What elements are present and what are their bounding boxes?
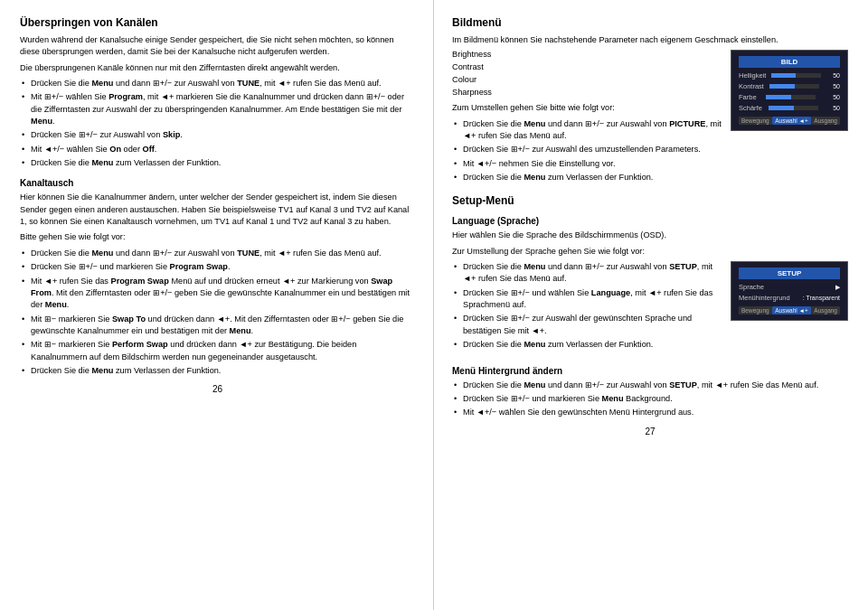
bild-row-farbe: Farbe 50 bbox=[739, 93, 840, 101]
bildmenu-title: Bildmenü bbox=[452, 16, 848, 29]
left-page-number: 26 bbox=[20, 384, 415, 394]
list-item: Mit ◄+/− nehmen Sie die Einstellung vor. bbox=[452, 158, 848, 170]
bild-bar-fill-brightness bbox=[771, 73, 797, 78]
bild-bar-fill-farbe bbox=[766, 95, 791, 99]
colour-row: Colour bbox=[452, 75, 723, 84]
list-item: Drücken Sie ⊞+/− zur Auswahl der gewünsc… bbox=[452, 313, 848, 337]
bild-bar-brightness bbox=[771, 73, 821, 78]
list-item: Mit ◄+/− wählen Sie On oder Off. bbox=[20, 144, 415, 155]
bild-bar-kontrast bbox=[769, 84, 819, 89]
kanaltausch-bullets: Drücken Sie die Menu und dann ⊞+/− zur A… bbox=[20, 248, 415, 377]
bild-label-kontrast: Kontrast bbox=[739, 82, 764, 90]
bild-bar-fill-schaerfe bbox=[769, 106, 794, 110]
bild-val-kontrast: 50 bbox=[826, 83, 840, 89]
kanaltausch-intro: Hier können Sie die Kanalnummer ändern, … bbox=[20, 192, 415, 228]
list-item: Drücken Sie die Menu und dann ⊞+/− zur A… bbox=[452, 118, 848, 143]
skip-bullets: Drücken Sie die Menu und dann ⊞+/− zur A… bbox=[20, 78, 415, 169]
language-intro2: Zur Umstellung der Sprache gehen Sie wie… bbox=[452, 246, 848, 258]
left-column: Überspringen von Kanälen Wurden während … bbox=[0, 0, 434, 610]
bild-bar-fill-kontrast bbox=[769, 84, 795, 89]
sharpness-row: Sharpness bbox=[452, 88, 723, 97]
list-item: Mit ⊞− markieren Sie Perform Swap und dr… bbox=[20, 339, 415, 363]
list-item: Drücken Sie die Menu und dann ⊞+/− zur A… bbox=[20, 78, 415, 89]
page-container: Überspringen von Kanälen Wurden während … bbox=[0, 0, 868, 610]
menu-hintergrund-bullets: Drücken Sie die Menu und dann ⊞+/− zur A… bbox=[452, 380, 848, 419]
list-item: Drücken Sie ⊞+/− und markieren Sie Progr… bbox=[20, 261, 415, 273]
list-item: Drücken Sie die Menu zum Verlassen der F… bbox=[20, 157, 415, 169]
language-bullets: Drücken Sie die Menu und dann ⊞+/− zur A… bbox=[452, 261, 848, 351]
menu-hintergrund-title: Menü Hintergrund ändern bbox=[452, 366, 848, 376]
bild-label-schaerfe: Schärfe bbox=[739, 104, 762, 112]
list-item: Mit ⊞− markieren Sie Swap To und drücken… bbox=[20, 314, 415, 338]
bild-label-brightness: Helligkeit bbox=[739, 71, 766, 80]
bild-row-kontrast: Kontrast 50 bbox=[739, 82, 840, 90]
setupmenu-title: Setup-Menü bbox=[452, 194, 848, 207]
bild-val-schaerfe: 50 bbox=[826, 105, 840, 111]
language-title: Language (Sprache) bbox=[452, 216, 848, 226]
bild-image-title: BILD bbox=[739, 56, 840, 68]
list-item: Drücken Sie die Menu und dann ⊞+/− zur A… bbox=[20, 248, 415, 259]
brightness-label: Brightness bbox=[452, 50, 511, 59]
bildmenu-section: Bildmenü Im Bildmenü können Sie nachsteh… bbox=[452, 16, 848, 187]
kanaltausch-intro2: Bitte gehen Sie wie folgt vor: bbox=[20, 231, 415, 243]
list-item: Drücken Sie ⊞+/− zur Auswahl von Skip. bbox=[20, 129, 415, 141]
bild-val-farbe: 50 bbox=[826, 94, 840, 100]
colour-label: Colour bbox=[452, 75, 511, 84]
bild-row-schaerfe: Schärfe 50 bbox=[739, 104, 840, 112]
bild-bar-schaerfe bbox=[769, 106, 818, 110]
list-item: Drücken Sie die Menu zum Verlassen der F… bbox=[452, 172, 848, 183]
menu-hintergrund-section: Menü Hintergrund ändern Drücken Sie die … bbox=[452, 366, 848, 419]
sharpness-label: Sharpness bbox=[452, 88, 511, 97]
left-intro: Wurden während der Kanalsuche einige Sen… bbox=[20, 34, 415, 59]
setupmenu-section: Setup-Menü Language (Sprache) Hier wähle… bbox=[452, 194, 848, 354]
list-item: Drücken Sie die Menu und dann ⊞+/− zur A… bbox=[452, 380, 848, 391]
brightness-row: Brightness bbox=[452, 50, 723, 59]
bild-label-farbe: Farbe bbox=[739, 93, 757, 101]
left-title: Überspringen von Kanälen bbox=[20, 16, 415, 29]
list-item: Drücken Sie die Menu und dann ⊞+/− zur A… bbox=[452, 261, 848, 286]
kanaltausch-section: Kanaltausch Hier können Sie die Kanalnum… bbox=[20, 178, 415, 377]
bild-val-brightness: 50 bbox=[826, 72, 840, 79]
list-item: Mit ⊞+/− wählen Sie Program, mit ◄+ mark… bbox=[20, 91, 415, 127]
list-item: Drücken Sie die Menu zum Verlassen der F… bbox=[20, 365, 415, 377]
bildmenu-bullets: Drücken Sie die Menu und dann ⊞+/− zur A… bbox=[452, 118, 848, 184]
list-item: Mit ◄+ rufen Sie das Program Swap Menü a… bbox=[20, 276, 415, 312]
bild-bar-farbe bbox=[766, 95, 816, 99]
list-item: Drücken Sie ⊞+/− und wählen Sie Language… bbox=[452, 287, 848, 312]
language-intro: Hier wählen Sie die Sprache des Bildschi… bbox=[452, 230, 848, 241]
bild-row-brightness: Helligkeit 50 bbox=[739, 71, 840, 80]
list-item: Drücken Sie ⊞+/− und markieren Sie Menu … bbox=[452, 393, 848, 405]
contrast-row: Contrast bbox=[452, 62, 723, 71]
list-item: Drücken Sie ⊞+/− zur Auswahl des umzuste… bbox=[452, 144, 848, 155]
contrast-label: Contrast bbox=[452, 62, 511, 71]
bildmenu-intro: Im Bildmenü können Sie nachstehende Para… bbox=[452, 34, 848, 46]
left-intro2: Die übersprungenen Kanäle können nur mit… bbox=[20, 62, 415, 74]
right-page-number: 27 bbox=[452, 427, 848, 436]
list-item: Mit ◄+/− wählen Sie den gewünschten Menü… bbox=[452, 407, 848, 418]
right-column: Bildmenü Im Bildmenü können Sie nachsteh… bbox=[434, 0, 868, 610]
kanaltausch-title: Kanaltausch bbox=[20, 178, 415, 188]
list-item: Drücken Sie die Menu zum Verlassen der F… bbox=[452, 339, 848, 351]
